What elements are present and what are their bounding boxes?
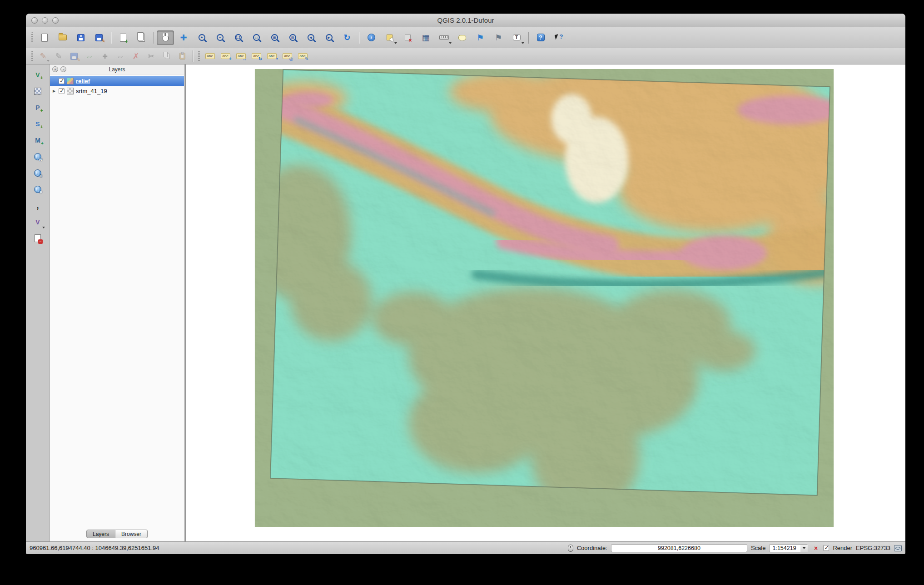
zoom-last-button[interactable]	[302, 30, 319, 45]
dropdown-arrow-icon	[47, 60, 50, 62]
label-show-hide-icon	[283, 53, 292, 59]
mouse-position-icon[interactable]	[568, 545, 573, 552]
new-project-button[interactable]	[36, 30, 53, 45]
add-vector-layer-button[interactable]: V	[30, 67, 46, 82]
float-panel-button[interactable]: ▫	[60, 66, 66, 72]
layer-row-relief[interactable]: ▶relief	[50, 76, 184, 86]
add-delimited-text-layer-icon: ,	[36, 202, 39, 210]
crs-status-icon[interactable]	[894, 545, 902, 551]
add-spatialite-layer-button[interactable]: S	[30, 116, 46, 131]
delete-selected-button[interactable]: ✗	[129, 50, 143, 63]
current-edits-button[interactable]: ✎	[36, 50, 50, 63]
add-wcs-layer-icon	[34, 169, 41, 177]
render-checkbox[interactable]	[823, 545, 829, 551]
crs-status[interactable]: EPSG:32733	[856, 545, 890, 551]
save-project-button[interactable]	[72, 30, 89, 45]
save-project-icon	[77, 34, 84, 41]
pan-to-selection-button[interactable]: ✚	[175, 30, 192, 45]
remove-layer-button[interactable]	[30, 231, 46, 246]
qgis-window: QGIS 2.0.1-Dufour ✚↻▦⚑⚑ ✎✎▱✚▱✗✂ VPSM,V ×…	[26, 14, 905, 554]
label-move-button[interactable]	[233, 50, 248, 63]
layer-label: relief	[76, 78, 90, 84]
stop-rendering-icon[interactable]: ×	[812, 544, 820, 552]
main-area: VPSM,V × ▫ Layers ▶relief▶srtm_41_19 Lay…	[26, 64, 905, 541]
zoom-button[interactable]	[52, 17, 59, 24]
help-icon	[537, 34, 545, 41]
label-rotate-button[interactable]	[249, 50, 263, 63]
add-wfs-layer-icon	[34, 186, 41, 193]
copy-features-button[interactable]	[159, 50, 174, 63]
zoom-native-button[interactable]	[229, 30, 247, 45]
add-feature-button[interactable]: ▱	[82, 50, 97, 63]
add-delimited-text-layer-button[interactable]: ,	[30, 198, 46, 213]
whats-this-button[interactable]	[550, 30, 567, 45]
layer-row-srtm_41_19[interactable]: ▶srtm_41_19	[50, 86, 184, 96]
new-bookmark-button[interactable]: ⚑	[472, 30, 489, 45]
close-button[interactable]	[31, 17, 38, 24]
cut-features-icon: ✂	[148, 52, 154, 60]
zoom-in-button[interactable]	[193, 30, 210, 45]
window-controls	[31, 14, 59, 27]
open-project-icon	[59, 35, 67, 40]
add-raster-layer-button[interactable]	[30, 84, 46, 99]
new-print-composer-button[interactable]	[114, 30, 132, 45]
deselect-features-button[interactable]	[399, 30, 416, 45]
close-panel-button[interactable]: ×	[52, 66, 58, 72]
open-attribute-table-button[interactable]: ▦	[417, 30, 434, 45]
panel-tab-browser[interactable]: Browser	[115, 530, 148, 538]
zoom-full-button[interactable]	[248, 30, 265, 45]
label-add-button[interactable]	[218, 50, 233, 63]
measure-button[interactable]	[435, 30, 452, 45]
add-postgis-layer-button[interactable]: P	[30, 100, 46, 115]
layer-labeling-options-button[interactable]	[203, 50, 217, 63]
map-canvas[interactable]	[186, 64, 905, 541]
identify-features-button[interactable]	[363, 30, 380, 45]
show-bookmarks-button[interactable]: ⚑	[490, 30, 507, 45]
help-button[interactable]	[532, 30, 549, 45]
select-features-icon	[387, 35, 392, 40]
layer-visibility-checkbox[interactable]	[59, 88, 65, 94]
expand-arrow-icon[interactable]: ▶	[52, 89, 56, 93]
add-wfs-layer-button[interactable]	[30, 182, 46, 197]
open-project-button[interactable]	[54, 30, 71, 45]
paste-features-button[interactable]	[175, 50, 189, 63]
toggle-editing-button[interactable]: ✎	[51, 50, 66, 63]
status-bar: 960961.66,6194744.40 : 1046649.39,625165…	[26, 541, 905, 554]
pan-map-button[interactable]	[157, 30, 174, 45]
map-tips-button[interactable]	[453, 30, 471, 45]
zoom-to-layer-button[interactable]	[284, 30, 301, 45]
save-project-as-button[interactable]	[90, 30, 108, 45]
select-features-button[interactable]	[381, 30, 398, 45]
panel-tab-layers[interactable]: Layers	[86, 530, 115, 538]
layer-visibility-checkbox[interactable]	[59, 78, 65, 84]
titlebar[interactable]: QGIS 2.0.1-Dufour	[26, 14, 905, 27]
composer-manager-icon	[137, 32, 144, 40]
label-properties-button[interactable]	[295, 50, 310, 63]
zoom-next-button[interactable]	[320, 30, 338, 45]
add-wms-layer-button[interactable]	[30, 149, 46, 164]
refresh-map-button[interactable]: ↻	[338, 30, 356, 45]
toolbar-drag-handle	[198, 51, 200, 62]
add-wcs-layer-button[interactable]	[30, 165, 46, 180]
add-mssql-layer-button[interactable]: M	[30, 133, 46, 148]
coordinate-input[interactable]: 992081,6226680	[611, 544, 747, 552]
move-feature-button[interactable]: ✚	[98, 50, 112, 63]
zoom-out-button[interactable]	[211, 30, 229, 45]
minimize-button[interactable]	[42, 17, 48, 24]
zoom-in-icon	[199, 34, 205, 41]
label-rotate-icon	[252, 53, 261, 59]
label-show-hide-button[interactable]	[280, 50, 294, 63]
cut-features-button[interactable]: ✂	[144, 50, 159, 63]
text-annotation-button[interactable]	[508, 30, 525, 45]
node-tool-button[interactable]: ▱	[113, 50, 128, 63]
scale-dropdown-arrow-icon[interactable]	[800, 545, 808, 552]
composer-manager-button[interactable]	[133, 30, 150, 45]
deselect-features-icon	[405, 35, 411, 40]
zoom-to-selection-button[interactable]	[266, 30, 283, 45]
save-layer-edits-button[interactable]	[67, 50, 81, 63]
open-attribute-table-icon: ▦	[422, 34, 429, 42]
layer-labeling-options-icon	[205, 53, 215, 59]
scale-combobox[interactable]: 1:154219	[769, 544, 808, 552]
label-pin-button[interactable]	[264, 50, 279, 63]
new-shapefile-layer-button[interactable]: V	[30, 214, 46, 229]
